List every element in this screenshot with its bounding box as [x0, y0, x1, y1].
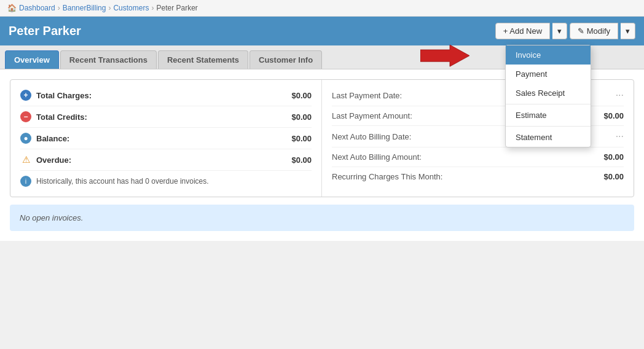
- total-credits-row: − Total Credits: $0.00: [20, 106, 312, 128]
- recurring-charges-label: Recurring Charges This Month:: [332, 172, 599, 181]
- dropdown-item-statement[interactable]: Statement: [506, 128, 591, 147]
- tab-recent-transactions[interactable]: Recent Transactions: [60, 50, 157, 69]
- last-payment-amount-value: $0.00: [603, 111, 624, 120]
- tab-recent-statements[interactable]: Recent Statements: [158, 50, 248, 69]
- breadcrumb: 🏠 Dashboard › BannerBilling › Customers …: [0, 0, 644, 17]
- header-actions: + Add New ▾ ✎ Modify ▾ Invoice Payment S…: [495, 23, 635, 39]
- next-auto-billing-amount-label: Next Auto Billing Amount:: [332, 152, 599, 162]
- total-charges-label: Total Charges:: [36, 91, 286, 100]
- last-payment-date-dots[interactable]: ···: [616, 90, 624, 101]
- dropdown-item-payment[interactable]: Payment: [506, 65, 591, 84]
- dropdown-item-sales-receipt[interactable]: Sales Receipt: [506, 84, 591, 103]
- add-new-dropdown: Invoice Payment Sales Receipt Estimate S…: [505, 45, 591, 147]
- header-bar: Peter Parker + Add New ▾ ✎ Modify ▾ Invo…: [0, 17, 644, 45]
- plus-icon: +: [20, 90, 31, 101]
- add-new-button[interactable]: + Add New: [495, 23, 550, 39]
- next-auto-billing-date-dots[interactable]: ···: [616, 131, 624, 142]
- breadcrumb-dashboard[interactable]: Dashboard: [19, 4, 55, 12]
- total-charges-row: + Total Charges: $0.00: [20, 85, 312, 106]
- overdue-value: $0.00: [291, 155, 312, 165]
- recurring-charges-value: $0.00: [603, 172, 624, 181]
- overdue-note: Historically, this account has had 0 ove…: [36, 177, 209, 186]
- total-credits-label: Total Credits:: [36, 112, 286, 122]
- overdue-label: Overdue:: [36, 155, 286, 165]
- dropdown-divider-2: [506, 126, 591, 127]
- balance-row: ● Balance: $0.00: [20, 128, 312, 149]
- add-new-caret-button[interactable]: ▾: [552, 23, 567, 39]
- next-auto-billing-amount-value: $0.00: [603, 152, 624, 162]
- total-credits-value: $0.00: [291, 112, 312, 122]
- minus-icon: −: [20, 111, 31, 122]
- breadcrumb-sep-2: ›: [108, 4, 111, 12]
- page-title: Peter Parker: [9, 24, 81, 38]
- warning-icon: ⚠: [20, 154, 31, 165]
- no-invoices-box: No open invoices.: [10, 205, 634, 231]
- info-icon: i: [20, 176, 31, 187]
- overdue-row: ⚠ Overdue: $0.00: [20, 149, 312, 171]
- breadcrumb-current: Peter Parker: [156, 4, 197, 12]
- breadcrumb-sep-1: ›: [58, 4, 60, 12]
- home-icon: 🏠: [7, 4, 17, 12]
- modify-button[interactable]: ✎ Modify: [570, 23, 618, 39]
- tab-customer-info[interactable]: Customer Info: [249, 50, 322, 69]
- next-auto-billing-amount-row: Next Auto Billing Amount: $0.00: [332, 147, 624, 167]
- balance-value: $0.00: [291, 134, 312, 143]
- breadcrumb-sep-3: ›: [151, 4, 154, 12]
- no-invoices-text: No open invoices.: [20, 213, 83, 222]
- overdue-note-row: i Historically, this account has had 0 o…: [20, 171, 312, 192]
- breadcrumb-customers[interactable]: Customers: [113, 4, 149, 12]
- dropdown-divider-1: [506, 104, 591, 104]
- left-panel: + Total Charges: $0.00 − Total Credits: …: [10, 80, 322, 197]
- dropdown-item-estimate[interactable]: Estimate: [506, 106, 591, 125]
- dropdown-item-invoice[interactable]: Invoice: [506, 45, 591, 65]
- tab-overview[interactable]: Overview: [5, 50, 59, 69]
- breadcrumb-bannerbilling[interactable]: BannerBilling: [63, 4, 106, 12]
- modify-caret-button[interactable]: ▾: [621, 23, 635, 39]
- dot-icon: ●: [20, 133, 31, 144]
- balance-label: Balance:: [36, 134, 286, 143]
- recurring-charges-row: Recurring Charges This Month: $0.00: [332, 167, 624, 186]
- total-charges-value: $0.00: [291, 91, 312, 100]
